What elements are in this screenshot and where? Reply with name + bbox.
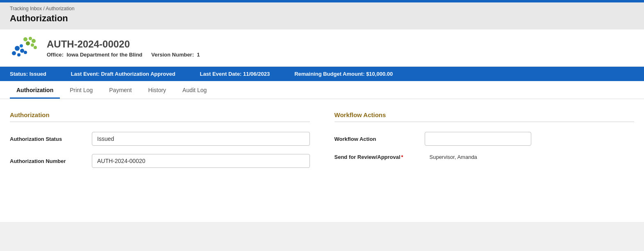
office-value: Iowa Department for the Blind bbox=[66, 52, 142, 58]
breadcrumb-area: Tracking Inbox / Authorization Authoriza… bbox=[0, 2, 644, 29]
send-for-review-row: Send for Review/Approval* Supervisor, Am… bbox=[335, 154, 635, 160]
auth-status-row: Authorization Status bbox=[10, 132, 310, 146]
tab-audit-log[interactable]: Audit Log bbox=[176, 81, 213, 99]
office-line: Office: Iowa Department for the Blind Ve… bbox=[47, 52, 200, 58]
page-title: Authorization bbox=[10, 11, 634, 28]
logo-icon bbox=[10, 36, 39, 59]
header-info: AUTH-2024-00020 Office: Iowa Department … bbox=[47, 38, 200, 58]
authorization-section-title: Authorization bbox=[10, 111, 310, 118]
svg-point-3 bbox=[31, 43, 34, 47]
auth-number-label: Authorization Number bbox=[10, 158, 92, 164]
svg-point-6 bbox=[15, 46, 20, 51]
office-label: Office: bbox=[47, 52, 64, 58]
supervisor-value: Supervisor, Amanda bbox=[430, 154, 477, 160]
version-label: Version Number: bbox=[151, 52, 194, 58]
svg-point-0 bbox=[23, 37, 27, 41]
svg-point-5 bbox=[34, 46, 37, 49]
svg-point-7 bbox=[20, 49, 24, 53]
col-left: Authorization Authorization Status Autho… bbox=[10, 111, 310, 176]
last-event: Last Event: Draft Authorization Approved bbox=[71, 71, 175, 77]
col-right: Workflow Actions Workflow Action Send fo… bbox=[335, 111, 635, 176]
send-for-review-label: Send for Review/Approval* bbox=[335, 154, 425, 160]
svg-point-10 bbox=[24, 51, 27, 54]
section-divider-right bbox=[335, 122, 635, 122]
status-bar: Status: Issued Last Event: Draft Authori… bbox=[0, 67, 644, 81]
workflow-section-title: Workflow Actions bbox=[335, 111, 635, 118]
workflow-action-label: Workflow Action bbox=[335, 136, 425, 142]
auth-number-input[interactable] bbox=[92, 154, 310, 168]
tab-payment[interactable]: Payment bbox=[102, 81, 138, 99]
version-value: 1 bbox=[197, 52, 200, 58]
auth-status-input[interactable] bbox=[92, 132, 310, 146]
auth-number-display: AUTH-2024-00020 bbox=[47, 38, 200, 50]
tabs-area: Authorization Print Log Payment History … bbox=[0, 81, 644, 99]
section-divider-left bbox=[10, 122, 310, 122]
workflow-action-row: Workflow Action bbox=[335, 132, 635, 146]
header-card: AUTH-2024-00020 Office: Iowa Department … bbox=[0, 29, 644, 67]
two-col-layout: Authorization Authorization Status Autho… bbox=[10, 111, 634, 176]
tab-history[interactable]: History bbox=[142, 81, 173, 99]
status-issued: Status: Issued bbox=[10, 71, 46, 77]
svg-point-1 bbox=[29, 37, 32, 40]
last-event-date: Last Event Date: 11/06/2023 bbox=[200, 71, 270, 77]
tab-print-log[interactable]: Print Log bbox=[63, 81, 99, 99]
svg-point-8 bbox=[12, 51, 16, 55]
breadcrumb: Tracking Inbox / Authorization bbox=[10, 6, 634, 11]
remaining-budget: Remaining Budget Amount: $10,000.00 bbox=[294, 71, 393, 77]
auth-number-row: Authorization Number bbox=[10, 154, 310, 168]
svg-point-11 bbox=[20, 44, 23, 47]
logo-area bbox=[10, 36, 39, 60]
tab-authorization[interactable]: Authorization bbox=[10, 81, 60, 99]
auth-status-label: Authorization Status bbox=[10, 136, 92, 142]
required-star: * bbox=[401, 154, 403, 160]
main-content: Authorization Authorization Status Autho… bbox=[0, 99, 644, 222]
svg-point-2 bbox=[32, 39, 36, 43]
svg-point-4 bbox=[26, 41, 30, 45]
svg-point-9 bbox=[17, 53, 20, 57]
workflow-action-input[interactable] bbox=[425, 132, 531, 146]
